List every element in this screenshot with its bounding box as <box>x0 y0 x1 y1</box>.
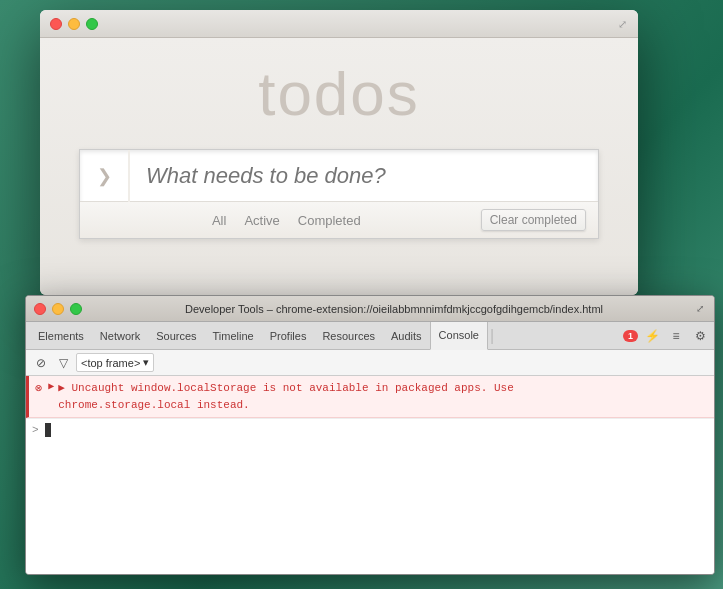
maximize-button[interactable] <box>86 18 98 30</box>
devtools-tabs-right: 1 ⚡ ≡ ⚙ <box>623 326 710 346</box>
error-count-badge: 1 <box>623 330 638 342</box>
console-cursor[interactable] <box>45 423 51 437</box>
close-button[interactable] <box>50 18 62 30</box>
frame-selector[interactable]: <top frame> ▾ <box>76 353 154 372</box>
devtools-minimize-button[interactable] <box>52 303 64 315</box>
todos-app-window: ⤢ todos ❯ All Active Completed Clear com… <box>40 10 638 295</box>
console-error-row: ⊗ ▶ ▶ Uncaught window.localStorage is no… <box>26 376 714 418</box>
filter-icon[interactable]: ▽ <box>54 354 72 372</box>
app-title: todos <box>258 58 420 129</box>
devtools-close-button[interactable] <box>34 303 46 315</box>
console-filter-icon[interactable]: ⚡ <box>642 326 662 346</box>
devtools-expand-icon[interactable]: ⤢ <box>692 300 708 316</box>
error-expand-triangle[interactable]: ▶ <box>48 380 54 392</box>
devtools-window: Developer Tools – chrome-extension://oie… <box>25 295 715 575</box>
app-titlebar: ⤢ <box>40 10 638 38</box>
error-message: ▶ Uncaught window.localStorage is not av… <box>58 380 514 413</box>
minimize-button[interactable] <box>68 18 80 30</box>
devtools-console-content: ⊗ ▶ ▶ Uncaught window.localStorage is no… <box>26 376 714 574</box>
devtools-tabs: Elements Network Sources Timeline Profil… <box>26 322 714 350</box>
filter-buttons: All Active Completed <box>92 211 481 230</box>
frame-label: <top frame> <box>81 357 140 369</box>
toggle-all-button[interactable]: ❯ <box>80 150 130 202</box>
devtools-maximize-button[interactable] <box>70 303 82 315</box>
devtools-title: Developer Tools – chrome-extension://oie… <box>82 303 706 315</box>
new-todo-input[interactable] <box>130 150 598 202</box>
devtools-titlebar: Developer Tools – chrome-extension://oie… <box>26 296 714 322</box>
tab-network[interactable]: Network <box>92 322 148 350</box>
app-content: todos ❯ All Active Completed Clear compl… <box>40 38 638 295</box>
devtools-traffic-lights <box>34 303 82 315</box>
clear-completed-button[interactable]: Clear completed <box>481 209 586 231</box>
filter-completed-button[interactable]: Completed <box>290 211 369 230</box>
todo-input-row: ❯ <box>80 150 598 202</box>
devtools-toolbar: ⊘ ▽ <top frame> ▾ <box>26 350 714 376</box>
console-list-icon[interactable]: ≡ <box>666 326 686 346</box>
console-prompt: > <box>32 424 39 436</box>
console-input-row: > <box>26 418 714 441</box>
tab-profiles[interactable]: Profiles <box>262 322 315 350</box>
traffic-lights <box>50 18 98 30</box>
todo-footer: All Active Completed Clear completed <box>80 202 598 238</box>
filter-active-button[interactable]: Active <box>236 211 287 230</box>
todo-input-area: ❯ All Active Completed Clear completed <box>79 149 599 239</box>
tab-resources[interactable]: Resources <box>314 322 383 350</box>
tab-elements[interactable]: Elements <box>30 322 92 350</box>
tab-timeline[interactable]: Timeline <box>205 322 262 350</box>
tab-audits[interactable]: Audits <box>383 322 430 350</box>
filter-all-button[interactable]: All <box>204 211 234 230</box>
devtools-settings-icon[interactable]: ⚙ <box>690 326 710 346</box>
error-circle-icon: ⊗ <box>35 381 42 396</box>
tab-console[interactable]: Console <box>430 322 488 350</box>
tab-sources[interactable]: Sources <box>148 322 204 350</box>
frame-chevron-icon: ▾ <box>143 356 149 369</box>
block-requests-icon[interactable]: ⊘ <box>32 354 50 372</box>
expand-icon[interactable]: ⤢ <box>614 16 630 32</box>
